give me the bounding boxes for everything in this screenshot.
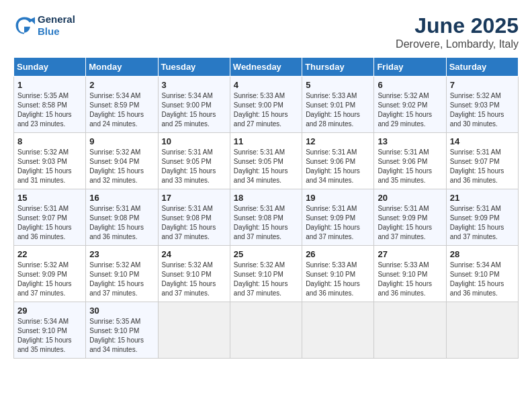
day-info: Sunrise: 5:31 AM Sunset: 9:07 PM Dayligh…: [17, 204, 82, 242]
day-number: 1: [17, 80, 82, 90]
calendar-cell: [230, 302, 302, 359]
logo: General Blue: [13, 13, 75, 38]
calendar-cell: 1Sunrise: 5:35 AM Sunset: 8:58 PM Daylig…: [14, 77, 86, 133]
calendar-cell: 27Sunrise: 5:33 AM Sunset: 9:10 PM Dayli…: [374, 246, 446, 302]
column-header-friday: Friday: [374, 58, 446, 77]
day-info: Sunrise: 5:32 AM Sunset: 9:02 PM Dayligh…: [378, 91, 442, 129]
day-number: 7: [450, 80, 515, 90]
calendar-cell: 24Sunrise: 5:32 AM Sunset: 9:10 PM Dayli…: [158, 246, 230, 302]
calendar-cell: 25Sunrise: 5:32 AM Sunset: 9:10 PM Dayli…: [230, 246, 302, 302]
day-info: Sunrise: 5:34 AM Sunset: 9:10 PM Dayligh…: [17, 317, 82, 355]
column-header-thursday: Thursday: [302, 58, 374, 77]
day-number: 4: [234, 80, 298, 90]
calendar-cell: 17Sunrise: 5:31 AM Sunset: 9:08 PM Dayli…: [158, 189, 230, 246]
day-info: Sunrise: 5:34 AM Sunset: 9:00 PM Dayligh…: [162, 91, 226, 129]
day-info: Sunrise: 5:31 AM Sunset: 9:09 PM Dayligh…: [306, 204, 370, 242]
day-number: 20: [378, 193, 442, 203]
day-number: 25: [234, 249, 298, 259]
calendar-week-row: 29Sunrise: 5:34 AM Sunset: 9:10 PM Dayli…: [14, 302, 519, 359]
day-number: 8: [17, 136, 82, 146]
calendar-cell: 2Sunrise: 5:34 AM Sunset: 8:59 PM Daylig…: [86, 77, 158, 133]
day-info: Sunrise: 5:32 AM Sunset: 9:10 PM Dayligh…: [162, 261, 226, 298]
calendar-cell: [374, 302, 446, 359]
day-info: Sunrise: 5:32 AM Sunset: 9:04 PM Dayligh…: [89, 148, 154, 185]
calendar-cell: 15Sunrise: 5:31 AM Sunset: 9:07 PM Dayli…: [14, 189, 86, 246]
calendar-cell: [158, 302, 230, 359]
day-info: Sunrise: 5:32 AM Sunset: 9:10 PM Dayligh…: [234, 261, 298, 298]
calendar-cell: 3Sunrise: 5:34 AM Sunset: 9:00 PM Daylig…: [158, 77, 230, 133]
logo-icon: [13, 15, 35, 36]
day-info: Sunrise: 5:33 AM Sunset: 9:01 PM Dayligh…: [306, 91, 370, 129]
day-number: 10: [162, 136, 226, 146]
day-info: Sunrise: 5:32 AM Sunset: 9:09 PM Dayligh…: [17, 261, 82, 298]
day-number: 23: [89, 249, 154, 259]
day-number: 9: [89, 136, 154, 146]
calendar-cell: 20Sunrise: 5:31 AM Sunset: 9:09 PM Dayli…: [374, 189, 446, 246]
day-number: 26: [306, 249, 370, 259]
column-header-wednesday: Wednesday: [230, 58, 302, 77]
calendar-cell: 6Sunrise: 5:32 AM Sunset: 9:02 PM Daylig…: [374, 77, 446, 133]
calendar-cell: 22Sunrise: 5:32 AM Sunset: 9:09 PM Dayli…: [14, 246, 86, 302]
day-info: Sunrise: 5:31 AM Sunset: 9:09 PM Dayligh…: [378, 204, 442, 242]
calendar-cell: 4Sunrise: 5:33 AM Sunset: 9:00 PM Daylig…: [230, 77, 302, 133]
day-info: Sunrise: 5:32 AM Sunset: 9:03 PM Dayligh…: [450, 91, 515, 129]
day-number: 3: [162, 80, 226, 90]
day-number: 28: [450, 249, 515, 259]
day-number: 18: [234, 193, 298, 203]
calendar-week-row: 15Sunrise: 5:31 AM Sunset: 9:07 PM Dayli…: [14, 189, 519, 246]
logo-text: General Blue: [38, 13, 75, 38]
day-info: Sunrise: 5:33 AM Sunset: 9:10 PM Dayligh…: [378, 261, 442, 298]
day-info: Sunrise: 5:31 AM Sunset: 9:06 PM Dayligh…: [378, 148, 442, 185]
calendar-cell: 28Sunrise: 5:34 AM Sunset: 9:10 PM Dayli…: [446, 246, 518, 302]
calendar-cell: 9Sunrise: 5:32 AM Sunset: 9:04 PM Daylig…: [86, 133, 158, 189]
day-info: Sunrise: 5:31 AM Sunset: 9:07 PM Dayligh…: [450, 148, 515, 185]
day-number: 2: [89, 80, 154, 90]
day-number: 6: [378, 80, 442, 90]
day-number: 19: [306, 193, 370, 203]
column-header-sunday: Sunday: [14, 58, 86, 77]
day-info: Sunrise: 5:31 AM Sunset: 9:09 PM Dayligh…: [450, 204, 515, 242]
day-number: 27: [378, 249, 442, 259]
day-info: Sunrise: 5:35 AM Sunset: 8:58 PM Dayligh…: [17, 91, 82, 129]
day-info: Sunrise: 5:31 AM Sunset: 9:08 PM Dayligh…: [234, 204, 298, 242]
day-number: 30: [89, 306, 154, 316]
calendar-cell: 26Sunrise: 5:33 AM Sunset: 9:10 PM Dayli…: [302, 246, 374, 302]
calendar-cell: 30Sunrise: 5:35 AM Sunset: 9:10 PM Dayli…: [86, 302, 158, 359]
calendar-cell: 7Sunrise: 5:32 AM Sunset: 9:03 PM Daylig…: [446, 77, 518, 133]
day-number: 21: [450, 193, 515, 203]
calendar-cell: 10Sunrise: 5:31 AM Sunset: 9:05 PM Dayli…: [158, 133, 230, 189]
day-info: Sunrise: 5:33 AM Sunset: 9:00 PM Dayligh…: [234, 91, 298, 129]
calendar-cell: 13Sunrise: 5:31 AM Sunset: 9:06 PM Dayli…: [374, 133, 446, 189]
calendar-cell: 16Sunrise: 5:31 AM Sunset: 9:08 PM Dayli…: [86, 189, 158, 246]
calendar-subtitle: Derovere, Lombardy, Italy: [396, 38, 519, 50]
calendar-table: SundayMondayTuesdayWednesdayThursdayFrid…: [13, 57, 519, 359]
calendar-cell: 29Sunrise: 5:34 AM Sunset: 9:10 PM Dayli…: [14, 302, 86, 359]
day-info: Sunrise: 5:32 AM Sunset: 9:03 PM Dayligh…: [17, 148, 82, 185]
day-number: 12: [306, 136, 370, 146]
day-number: 13: [378, 136, 442, 146]
day-info: Sunrise: 5:32 AM Sunset: 9:10 PM Dayligh…: [89, 261, 154, 298]
day-number: 24: [162, 249, 226, 259]
day-info: Sunrise: 5:34 AM Sunset: 8:59 PM Dayligh…: [89, 91, 154, 129]
calendar-title: June 2025: [396, 13, 519, 38]
day-info: Sunrise: 5:33 AM Sunset: 9:10 PM Dayligh…: [306, 261, 370, 298]
calendar-cell: 19Sunrise: 5:31 AM Sunset: 9:09 PM Dayli…: [302, 189, 374, 246]
calendar-header-row: SundayMondayTuesdayWednesdayThursdayFrid…: [14, 58, 519, 77]
day-number: 17: [162, 193, 226, 203]
calendar-week-row: 1Sunrise: 5:35 AM Sunset: 8:58 PM Daylig…: [14, 77, 519, 133]
calendar-cell: 11Sunrise: 5:31 AM Sunset: 9:05 PM Dayli…: [230, 133, 302, 189]
page-header: General Blue June 2025 Derovere, Lombard…: [13, 13, 519, 50]
column-header-tuesday: Tuesday: [158, 58, 230, 77]
calendar-week-row: 8Sunrise: 5:32 AM Sunset: 9:03 PM Daylig…: [14, 133, 519, 189]
day-info: Sunrise: 5:31 AM Sunset: 9:05 PM Dayligh…: [234, 148, 298, 185]
day-number: 16: [89, 193, 154, 203]
calendar-cell: 18Sunrise: 5:31 AM Sunset: 9:08 PM Dayli…: [230, 189, 302, 246]
day-number: 5: [306, 80, 370, 90]
day-info: Sunrise: 5:31 AM Sunset: 9:08 PM Dayligh…: [89, 204, 154, 242]
day-info: Sunrise: 5:34 AM Sunset: 9:10 PM Dayligh…: [450, 261, 515, 298]
title-area: June 2025 Derovere, Lombardy, Italy: [396, 13, 519, 50]
calendar-cell: [302, 302, 374, 359]
day-number: 22: [17, 249, 82, 259]
day-number: 29: [17, 306, 82, 316]
calendar-cell: 21Sunrise: 5:31 AM Sunset: 9:09 PM Dayli…: [446, 189, 518, 246]
